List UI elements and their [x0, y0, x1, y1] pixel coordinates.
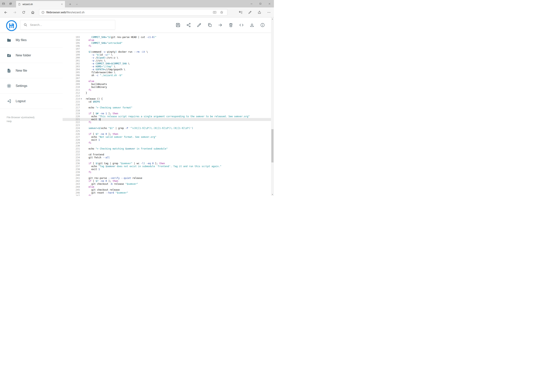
code-line[interactable]: 227 echo "Not valid semver format. See s…	[62, 136, 274, 139]
help-link[interactable]: Help	[7, 119, 35, 123]
code-view-button[interactable]	[239, 23, 244, 28]
sidebar-item-new-folder[interactable]: New folder	[0, 48, 62, 63]
fold-marker-icon[interactable]: ▾	[80, 98, 83, 100]
code-line[interactable]: 241 git rev-parse --verify --quiet relea…	[62, 177, 274, 180]
window-maximize-button[interactable]	[256, 0, 265, 7]
copy-button[interactable]	[207, 23, 212, 28]
scrollbar-down-arrow-icon[interactable]: ▼	[271, 193, 274, 196]
code-line[interactable]: 201 -w //src \	[62, 59, 274, 62]
code-line[interactable]: 228 exit 1	[62, 139, 274, 141]
new-tab-button[interactable]	[67, 1, 73, 7]
code-line[interactable]: 215 cd $REPO	[62, 100, 274, 103]
code-line[interactable]: 211 fi	[62, 89, 274, 91]
rename-button[interactable]	[197, 23, 201, 28]
save-button[interactable]	[176, 23, 180, 28]
code-line[interactable]: 200 -v /$(pwd):/src:z \	[62, 56, 274, 59]
code-line[interactable]: 216	[62, 103, 274, 106]
code-line[interactable]: 209 buildAssets	[62, 83, 274, 86]
window-minimize-button[interactable]	[247, 0, 256, 7]
scrollbar-thumb[interactable]	[271, 129, 273, 162]
code-line[interactable]: 204 -e GOPATH=//tmp/gopath \	[62, 68, 274, 71]
code-line[interactable]: 240	[62, 174, 274, 177]
code-line[interactable]: 208 else	[62, 80, 274, 83]
share-button[interactable]	[186, 23, 191, 28]
code-line[interactable]: 199 -u "$(id -u)" \	[62, 53, 274, 56]
home-button[interactable]	[28, 8, 37, 16]
refresh-button[interactable]	[19, 8, 28, 16]
more-menu-icon[interactable]	[264, 8, 273, 16]
code-line[interactable]: 202 -e COMMIT_SHA=$COMMIT_SHA \	[62, 62, 274, 65]
code-line[interactable]: 242 if [ $? -ne 0 ]; then	[62, 180, 274, 182]
favorite-star-icon[interactable]	[218, 11, 225, 14]
code-line[interactable]: 220 echo "This release script requires a…	[62, 115, 274, 118]
code-line[interactable]: 243 git checkout -b release "$semver"	[62, 182, 274, 186]
code-line[interactable]: 212}	[62, 91, 274, 95]
code-line[interactable]: 238 exit 1	[62, 168, 274, 171]
code-line[interactable]: 224 semver=$(echo "$1" | grep -P '^v(0|[…	[62, 127, 274, 130]
code-line[interactable]: 233 cd frontend	[62, 153, 274, 156]
scrollbar-up-arrow-icon[interactable]: ▲	[271, 17, 274, 20]
code-line[interactable]: 239 fi	[62, 171, 274, 174]
download-button[interactable]	[250, 23, 254, 28]
reading-view-icon[interactable]	[211, 11, 218, 14]
code-line[interactable]: 198 $(command -v winpty) docker run --rm…	[62, 50, 274, 53]
code-line[interactable]: 230	[62, 144, 274, 147]
code-line[interactable]: 207	[62, 77, 274, 80]
code-line[interactable]: 210 buildBinary	[62, 86, 274, 89]
filebrowser-logo[interactable]	[6, 20, 17, 31]
move-button[interactable]	[218, 23, 223, 28]
code-line[interactable]: 237 echo "Tag $semver does not exist in …	[62, 165, 274, 168]
browser-tab[interactable]: wizard.sh	[16, 1, 65, 7]
code-line[interactable]: 217 echo "> Checking semver format"	[62, 106, 274, 109]
code-line[interactable]: 234 git fetch --all	[62, 156, 274, 159]
address-bar[interactable]: filebrowser.web/files/wizard.sh	[39, 9, 227, 15]
code-line[interactable]: 193 COMMIT_SHA="$(git rev-parse HEAD | c…	[62, 36, 274, 39]
code-line[interactable]: 246 git reset --hard "$semver"	[62, 191, 274, 194]
set-tabs-aside-icon[interactable]	[9, 2, 12, 5]
delete-button[interactable]	[229, 23, 233, 28]
site-info-icon[interactable]	[41, 11, 45, 14]
code-line[interactable]: 196 fi	[62, 45, 274, 48]
sidebar-item-new-file[interactable]: New file	[0, 63, 62, 78]
sidebar-item-my-files[interactable]: My files	[0, 33, 62, 48]
code-line[interactable]: 218	[62, 109, 274, 112]
sidebar-item-settings[interactable]: Settings	[0, 78, 62, 94]
code-line[interactable]: 223	[62, 124, 274, 127]
code-line[interactable]: 214▾release () {	[62, 98, 274, 100]
code-line[interactable]: 219 if [ $# -ne 1 ]; then	[62, 112, 274, 115]
code-line[interactable]: 231 echo "> Checking matching $semver in…	[62, 147, 274, 150]
tab-close-icon[interactable]	[61, 3, 63, 5]
code-line[interactable]: 236 if [ $(git tag | grep "$semver" | wc…	[62, 162, 274, 165]
code-line[interactable]: 245 git checkout release	[62, 189, 274, 191]
code-line[interactable]: 235	[62, 159, 274, 162]
tab-preview-icon[interactable]	[2, 2, 5, 5]
web-note-pen-icon[interactable]	[245, 8, 255, 16]
info-button[interactable]	[260, 23, 265, 28]
code-line[interactable]: 203 -e HOME="//tmp" \	[62, 65, 274, 68]
line-number: 201	[62, 59, 80, 62]
code-line[interactable]: 213	[62, 95, 274, 98]
code-line[interactable]: 194 else	[62, 39, 274, 42]
share-icon[interactable]	[255, 8, 264, 16]
code-line[interactable]: 229 fi	[62, 141, 274, 144]
code-line[interactable]: 244 else	[62, 186, 274, 189]
code-line[interactable]: 195 COMMIT_SHA="untracked"	[62, 42, 274, 45]
forward-button[interactable]	[10, 8, 19, 16]
code-line[interactable]: 221 exit 1	[62, 118, 274, 121]
code-line[interactable]: 247 fi	[62, 194, 274, 196]
code-line[interactable]: 206 sh -c "./wizard.sh -b"	[62, 74, 274, 77]
sidebar-item-logout[interactable]: Logout	[0, 94, 62, 109]
back-button[interactable]	[1, 8, 10, 16]
favorites-hub-icon[interactable]	[236, 8, 245, 16]
code-line[interactable]: 222 fi	[62, 121, 274, 124]
page-scrollbar[interactable]: ▲ ▼	[271, 17, 274, 196]
code-line[interactable]: 226 if [ $? -ne 0 ]; then	[62, 133, 274, 136]
code-editor[interactable]: 193 COMMIT_SHA="$(git rev-parse HEAD | c…	[62, 33, 274, 196]
tab-list-chevron-icon[interactable]	[74, 1, 80, 7]
code-line[interactable]: 205 filebrowser/dev \	[62, 71, 274, 74]
search-box[interactable]: Search...	[20, 20, 115, 30]
code-line[interactable]: 225	[62, 130, 274, 133]
code-line[interactable]: 232	[62, 150, 274, 153]
code-line[interactable]: 197	[62, 48, 274, 50]
window-close-button[interactable]	[265, 0, 274, 7]
